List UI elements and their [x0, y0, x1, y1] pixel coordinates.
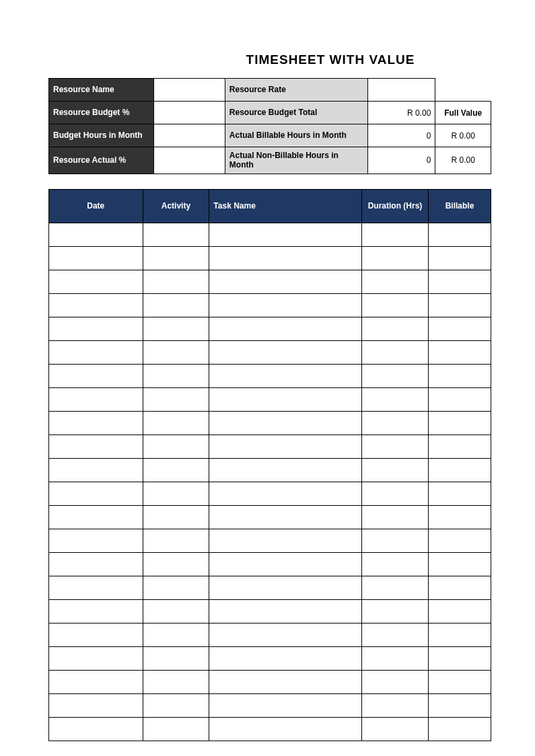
cell-task[interactable]: [209, 482, 362, 505]
cell-task[interactable]: [209, 458, 362, 482]
cell-task[interactable]: [209, 693, 362, 717]
cell-duration[interactable]: [362, 623, 429, 646]
cell-task[interactable]: [209, 411, 362, 434]
cell-activity[interactable]: [143, 529, 209, 552]
cell-activity[interactable]: [143, 223, 209, 246]
cell-duration[interactable]: [362, 411, 429, 434]
cell-activity[interactable]: [143, 482, 209, 505]
cell-activity[interactable]: [143, 693, 209, 717]
cell-billable[interactable]: [428, 293, 491, 317]
cell-billable[interactable]: [428, 270, 491, 293]
cell-task[interactable]: [209, 364, 362, 387]
cell-date[interactable]: [49, 458, 143, 482]
cell-duration[interactable]: [362, 693, 429, 717]
cell-billable[interactable]: [428, 364, 491, 387]
cell-activity[interactable]: [143, 270, 209, 293]
cell-task[interactable]: [209, 293, 362, 317]
cell-duration[interactable]: [362, 293, 429, 317]
cell-activity[interactable]: [143, 317, 209, 340]
cell-duration[interactable]: [362, 552, 429, 576]
cell-task[interactable]: [209, 717, 362, 741]
cell-activity[interactable]: [143, 411, 209, 434]
cell-date[interactable]: [49, 293, 143, 317]
cell-date[interactable]: [49, 693, 143, 717]
cell-date[interactable]: [49, 223, 143, 246]
value-resource-rate[interactable]: [368, 79, 435, 102]
cell-billable[interactable]: [428, 246, 491, 270]
cell-duration[interactable]: [362, 387, 429, 411]
cell-billable[interactable]: [428, 411, 491, 434]
cell-date[interactable]: [49, 670, 143, 693]
cell-date[interactable]: [49, 576, 143, 599]
cell-date[interactable]: [49, 505, 143, 529]
cell-activity[interactable]: [143, 717, 209, 741]
cell-date[interactable]: [49, 623, 143, 646]
cell-duration[interactable]: [362, 434, 429, 458]
cell-billable[interactable]: [428, 458, 491, 482]
value-resource-budget-pct[interactable]: [153, 102, 225, 124]
cell-duration[interactable]: [362, 599, 429, 623]
cell-date[interactable]: [49, 270, 143, 293]
cell-duration[interactable]: [362, 270, 429, 293]
cell-date[interactable]: [49, 717, 143, 741]
cell-date[interactable]: [49, 529, 143, 552]
cell-duration[interactable]: [362, 317, 429, 340]
cell-billable[interactable]: [428, 317, 491, 340]
cell-task[interactable]: [209, 599, 362, 623]
cell-duration[interactable]: [362, 717, 429, 741]
cell-activity[interactable]: [143, 670, 209, 693]
cell-task[interactable]: [209, 623, 362, 646]
cell-date[interactable]: [49, 434, 143, 458]
cell-billable[interactable]: [428, 623, 491, 646]
cell-date[interactable]: [49, 387, 143, 411]
cell-activity[interactable]: [143, 623, 209, 646]
cell-activity[interactable]: [143, 458, 209, 482]
cell-date[interactable]: [49, 482, 143, 505]
cell-activity[interactable]: [143, 387, 209, 411]
cell-date[interactable]: [49, 646, 143, 670]
cell-activity[interactable]: [143, 552, 209, 576]
cell-date[interactable]: [49, 599, 143, 623]
cell-billable[interactable]: [428, 717, 491, 741]
cell-task[interactable]: [209, 505, 362, 529]
cell-task[interactable]: [209, 646, 362, 670]
cell-task[interactable]: [209, 552, 362, 576]
cell-billable[interactable]: [428, 529, 491, 552]
cell-billable[interactable]: [428, 223, 491, 246]
cell-billable[interactable]: [428, 340, 491, 364]
cell-duration[interactable]: [362, 670, 429, 693]
cell-billable[interactable]: [428, 552, 491, 576]
cell-date[interactable]: [49, 246, 143, 270]
cell-duration[interactable]: [362, 646, 429, 670]
value-budget-hours[interactable]: [153, 124, 225, 147]
cell-activity[interactable]: [143, 576, 209, 599]
cell-duration[interactable]: [362, 340, 429, 364]
cell-task[interactable]: [209, 270, 362, 293]
cell-activity[interactable]: [143, 246, 209, 270]
value-resource-name[interactable]: [153, 79, 225, 102]
cell-billable[interactable]: [428, 670, 491, 693]
cell-task[interactable]: [209, 670, 362, 693]
cell-activity[interactable]: [143, 434, 209, 458]
cell-task[interactable]: [209, 387, 362, 411]
cell-duration[interactable]: [362, 223, 429, 246]
cell-duration[interactable]: [362, 458, 429, 482]
cell-task[interactable]: [209, 223, 362, 246]
cell-date[interactable]: [49, 317, 143, 340]
cell-activity[interactable]: [143, 599, 209, 623]
cell-duration[interactable]: [362, 482, 429, 505]
cell-billable[interactable]: [428, 387, 491, 411]
cell-duration[interactable]: [362, 576, 429, 599]
cell-date[interactable]: [49, 340, 143, 364]
cell-date[interactable]: [49, 411, 143, 434]
cell-activity[interactable]: [143, 293, 209, 317]
cell-billable[interactable]: [428, 576, 491, 599]
cell-duration[interactable]: [362, 505, 429, 529]
cell-activity[interactable]: [143, 646, 209, 670]
cell-billable[interactable]: [428, 482, 491, 505]
cell-billable[interactable]: [428, 434, 491, 458]
cell-task[interactable]: [209, 246, 362, 270]
cell-task[interactable]: [209, 340, 362, 364]
cell-billable[interactable]: [428, 505, 491, 529]
cell-date[interactable]: [49, 364, 143, 387]
